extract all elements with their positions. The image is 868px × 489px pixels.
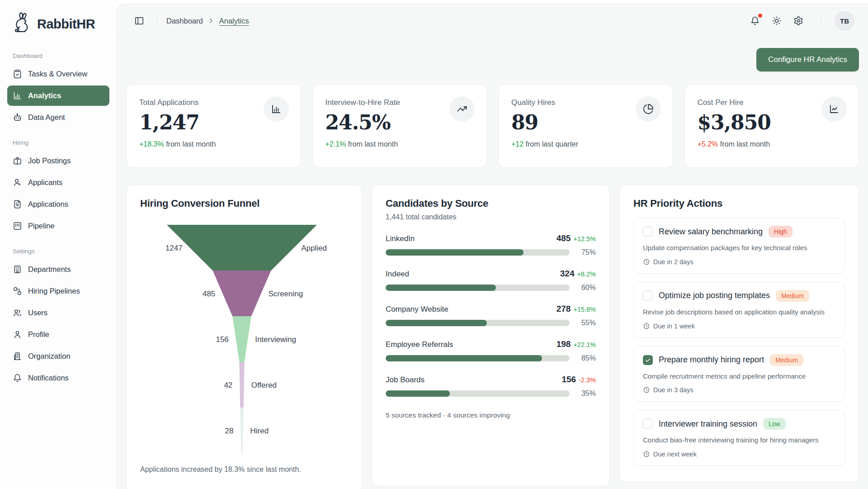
source-name: LinkedIn [386, 234, 415, 243]
sidebar-item-notifications[interactable]: Notifications [7, 368, 109, 388]
building-icon [13, 265, 22, 274]
chevron-right-icon [208, 17, 215, 24]
nav-section-hiring: Hiring [13, 139, 109, 146]
svg-text:Screening: Screening [269, 290, 303, 298]
sidebar-item-organization[interactable]: Organization [7, 346, 109, 366]
task-due: Due next week [643, 451, 835, 458]
source-count: 485 [557, 233, 571, 243]
task-due: Due in 2 days [643, 258, 835, 266]
sidebar: RabbitHR Dashboard Tasks & Overview Anal… [0, 0, 117, 489]
theme-toggle-button[interactable] [768, 12, 785, 29]
sidebar-item-label: Applications [28, 200, 68, 209]
stat-cards: Total Applications 1,247 +18.3% from las… [126, 84, 859, 168]
hr-priority-actions-panel: HR Priority Actions Review salary benchm… [619, 185, 859, 482]
task-checkbox[interactable] [643, 355, 653, 365]
sun-icon [772, 16, 782, 26]
action-card-monthly-report[interactable]: Prepare monthly hiring report Medium Com… [633, 346, 845, 402]
person-icon [13, 178, 22, 187]
sidebar-item-departments[interactable]: Departments [7, 259, 109, 280]
task-description: Compile recruitment metrics and pipeline… [643, 371, 835, 381]
priority-badge: Medium [776, 290, 809, 302]
svg-text:1247: 1247 [165, 244, 183, 252]
source-row-company-website: Company Website 278 +15.8% 55% [386, 304, 596, 327]
topbar: Dashboard Analytics TB [117, 4, 868, 38]
brand-logo[interactable]: RabbitHR [7, 10, 109, 41]
nav-section-settings: Settings [13, 248, 109, 255]
source-percent: 35% [576, 389, 596, 398]
workflow-icon [13, 286, 22, 296]
source-row-job-boards: Job Boards 156 -2.3% 35% [386, 375, 596, 398]
sidebar-item-analytics[interactable]: Analytics [7, 85, 109, 106]
task-checkbox[interactable] [643, 419, 653, 429]
sidebar-item-job-postings[interactable]: Job Postings [7, 151, 109, 171]
bar-chart-icon [13, 91, 22, 100]
topbar-actions: TB [746, 11, 854, 31]
breadcrumb-dashboard[interactable]: Dashboard [166, 17, 203, 25]
sidebar-item-data-agent[interactable]: Data Agent [7, 107, 109, 128]
source-count: 278 [557, 304, 571, 314]
kanban-icon [13, 221, 22, 231]
action-card-review-salary[interactable]: Review salary benchmarking High Update c… [633, 218, 845, 274]
task-description: Conduct bias-free interviewing training … [643, 435, 835, 445]
clock-icon [643, 386, 650, 394]
stat-change: +2.1% from last month [326, 140, 474, 148]
stat-change: +18.3% from last month [139, 140, 288, 148]
sources-footer: 5 sources tracked · 4 sources improving [386, 411, 596, 419]
sidebar-item-label: Departments [28, 265, 71, 274]
panel-title: Hiring Conversion Funnel [140, 198, 348, 209]
sidebar-item-label: Job Postings [28, 157, 71, 165]
settings-button[interactable] [790, 12, 807, 29]
sidebar-item-label: Data Agent [28, 113, 65, 122]
gear-icon [793, 16, 803, 26]
bell-icon [750, 16, 760, 26]
stat-card-quality-hires: Quality Hires 89 +12 from last quarter [498, 84, 673, 168]
breadcrumb-analytics[interactable]: Analytics [219, 17, 249, 25]
sidebar-item-users[interactable]: Users [7, 303, 109, 323]
sidebar-item-label: Notifications [28, 374, 69, 382]
progress-bar [386, 355, 570, 361]
sidebar-item-pipeline[interactable]: Pipeline [7, 216, 109, 236]
stat-change: +12 from last quarter [511, 140, 660, 148]
task-title: Interviewer training session [659, 419, 757, 429]
clock-icon [643, 323, 650, 330]
avatar[interactable]: TB [835, 11, 854, 31]
stat-change: +5.2% from last month [698, 140, 846, 148]
source-name: Job Boards [386, 375, 425, 385]
priority-badge: Medium [770, 354, 803, 366]
sidebar-item-label: Pipeline [28, 222, 55, 230]
source-change: +15.8% [573, 306, 596, 313]
source-name: Company Website [386, 305, 448, 314]
organization-building-icon [13, 351, 22, 361]
sidebar-item-label: Organization [28, 352, 71, 361]
svg-text:42: 42 [224, 381, 232, 389]
source-change: -2.3% [579, 376, 596, 384]
action-card-optimize-templates[interactable]: Optimize job posting templates Medium Re… [633, 282, 845, 338]
sidebar-item-tasks-overview[interactable]: Tasks & Overview [7, 64, 109, 84]
priority-badge: Low [763, 418, 786, 430]
task-checkbox[interactable] [643, 291, 653, 301]
clipboard-check-icon [13, 69, 22, 79]
bot-icon [13, 113, 22, 122]
notifications-button[interactable] [746, 12, 764, 29]
sidebar-item-applications[interactable]: Applications [7, 194, 109, 214]
sidebar-toggle-button[interactable] [131, 12, 148, 29]
task-checkbox[interactable] [643, 227, 653, 237]
source-percent: 75% [576, 248, 596, 256]
stat-card-cost-per-hire: Cost Per Hire $3,850 +5.2% from last mon… [684, 84, 859, 168]
source-name: Employee Referrals [386, 340, 453, 349]
sidebar-item-hiring-pipelines[interactable]: Hiring Pipelines [7, 281, 109, 301]
source-count: 156 [561, 375, 576, 385]
sidebar-item-applicants[interactable]: Applicants [7, 172, 109, 193]
clock-icon [643, 451, 650, 458]
sidebar-item-profile[interactable]: Profile [7, 324, 109, 345]
sidebar-item-label: Applicants [28, 178, 62, 187]
bar-chart-icon [264, 96, 289, 122]
configure-hr-analytics-button[interactable]: Configure HR Analytics [756, 48, 859, 71]
action-card-interviewer-training[interactable]: Interviewer training session Low Conduct… [633, 410, 845, 466]
task-description: Update compensation packages for key tec… [643, 243, 835, 253]
topbar-divider [821, 15, 821, 27]
svg-text:28: 28 [225, 427, 234, 435]
briefcase-icon [13, 156, 22, 166]
source-change: +12.5% [573, 235, 596, 242]
sidebar-item-label: Analytics [28, 91, 61, 100]
